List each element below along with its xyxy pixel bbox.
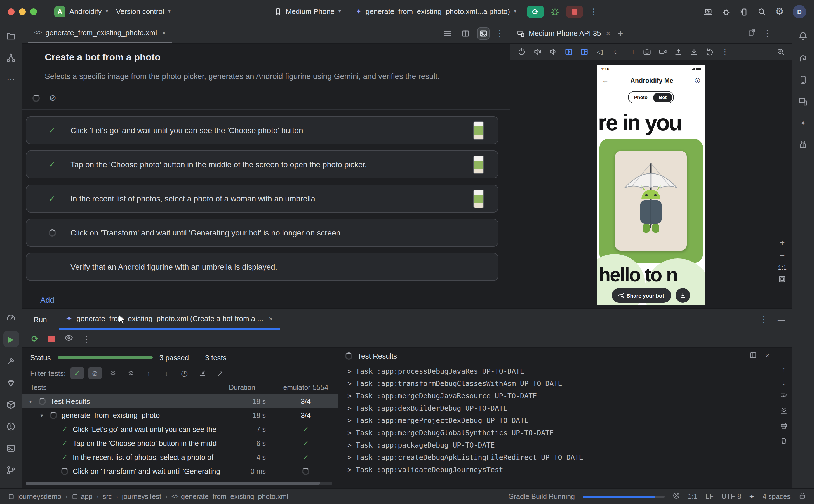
device-selector[interactable]: Medium Phone ▾ (270, 5, 345, 18)
nav-back-icon[interactable]: ◁ (593, 46, 606, 58)
zoom-fit-icon[interactable] (778, 275, 786, 285)
breadcrumb-item[interactable]: </>generate_from_existing_photo.xml (171, 493, 288, 500)
project-folder-icon[interactable] (3, 28, 19, 44)
nav-recents-icon[interactable]: □ (624, 46, 638, 58)
settings-gear-icon[interactable]: ⚙ (775, 7, 784, 16)
device-explorer-icon[interactable] (795, 72, 811, 87)
power-icon[interactable] (515, 46, 528, 58)
next-failed-icon[interactable]: ↓ (160, 367, 173, 379)
rerun-tests-icon[interactable]: ⟳ (31, 334, 38, 344)
user-avatar[interactable]: D (793, 5, 806, 18)
volume-down-icon[interactable] (546, 46, 559, 58)
screen-record-icon[interactable] (656, 46, 669, 58)
run-tab[interactable]: ✦ generate_from_existing_photo.xml (Crea… (59, 309, 280, 330)
export-tests-icon[interactable]: ↗ (213, 367, 227, 379)
file-encoding[interactable]: UTF-8 (721, 493, 741, 500)
notifications-bell-icon[interactable] (795, 28, 811, 44)
lock-icon[interactable] (798, 492, 806, 501)
scroll-to-end-icon[interactable] (780, 407, 788, 416)
run-toolbar-kebab-icon[interactable]: ⋮ (83, 334, 91, 344)
stop-journey-icon[interactable]: ⊘ (49, 93, 56, 103)
test-tree-row[interactable]: ▾ generate_from_existing_photo 18 s 3/4 (22, 408, 338, 422)
unfold-device-icon[interactable] (577, 46, 591, 58)
run-tool-window-icon[interactable]: ▶ (3, 331, 19, 347)
journey-step[interactable]: Click on 'Transform' and wait until 'Gen… (26, 219, 498, 247)
import-tests-icon[interactable] (196, 367, 209, 379)
nav-home-icon[interactable]: ○ (609, 46, 622, 58)
download-bot-button[interactable] (675, 288, 690, 303)
journey-step[interactable]: ✓ Click 'Let's go' and wait until you ca… (26, 116, 498, 144)
test-history-clock-icon[interactable]: ◷ (178, 367, 191, 379)
close-icon[interactable]: × (162, 29, 166, 37)
editor-kebab-icon[interactable]: ⋮ (496, 28, 504, 38)
cancel-build-icon[interactable] (672, 492, 680, 501)
toggle-photo-option[interactable]: Photo (629, 95, 653, 100)
add-step-button[interactable]: Add (40, 295, 54, 304)
stop-tests-icon[interactable] (48, 335, 55, 342)
device-tab[interactable]: Medium Phone API 35 × (516, 29, 612, 37)
gradle-icon[interactable] (795, 50, 811, 65)
screen-zoom-icon[interactable] (774, 46, 787, 58)
journey-step[interactable]: ✓ In the recent list of photos, select a… (26, 185, 498, 213)
preview-toggle-icon[interactable] (478, 28, 489, 39)
close-window-button[interactable] (8, 8, 15, 15)
run-panel-kebab-icon[interactable]: ⋮ (760, 314, 768, 324)
tests-horizontal-scrollbar[interactable] (26, 482, 332, 485)
indent-setting[interactable]: 4 spaces (763, 493, 791, 500)
minimize-window-button[interactable] (19, 8, 26, 15)
test-tree-row[interactable]: ▾ Click on 'Transform' and wait until 'G… (22, 464, 338, 478)
zoom-level[interactable]: 1:1 (778, 264, 787, 271)
project-selector[interactable]: A Androidify ▾ (50, 4, 112, 19)
scroll-down-icon[interactable]: ↓ (782, 379, 786, 386)
print-icon[interactable] (780, 422, 788, 431)
previous-failed-icon[interactable]: ↑ (142, 367, 155, 379)
console-layout-icon[interactable] (749, 351, 757, 361)
split-editor-icon[interactable] (460, 28, 471, 39)
device-mirroring-icon[interactable] (739, 7, 748, 16)
share-bot-button[interactable]: Share your bot (612, 288, 671, 303)
test-tree-row[interactable]: ▾ ✓ Click 'Let's go' and wait until you … (22, 422, 338, 436)
step-thumbnail[interactable] (474, 190, 483, 207)
gem-icon[interactable] (3, 375, 19, 390)
show-ignored-toggle[interactable]: ⊘ (88, 367, 102, 379)
debug-button[interactable] (550, 7, 559, 16)
zoom-out-button[interactable]: − (780, 251, 785, 260)
breadcrumb-item[interactable]: journeysdemo (8, 493, 61, 500)
device-toolbar-kebab-icon[interactable]: ⋮ (718, 46, 732, 58)
hide-run-panel-icon[interactable]: — (778, 315, 785, 324)
close-icon[interactable]: × (606, 29, 610, 37)
structure-icon[interactable] (3, 50, 19, 65)
app-quality-insights-bug-icon[interactable] (795, 137, 811, 153)
clear-console-trash-icon[interactable] (780, 437, 788, 446)
screenshot-camera-icon[interactable] (640, 46, 653, 58)
open-in-window-icon[interactable] (748, 29, 756, 38)
search-icon[interactable] (757, 7, 766, 16)
problems-icon[interactable] (3, 418, 19, 434)
run-configuration-selector[interactable]: ✦ generate_from_existing_photo.xml...a p… (352, 5, 520, 18)
git-branch-icon[interactable] (3, 462, 19, 478)
profiler-gauge-icon[interactable] (3, 309, 19, 325)
terminal-icon[interactable] (3, 440, 19, 456)
zoom-in-button[interactable]: + (780, 238, 785, 247)
close-icon[interactable]: × (765, 352, 769, 360)
ai-sparkle-icon[interactable]: ✦ (749, 493, 755, 500)
device-kebab-icon[interactable]: ⋮ (763, 28, 771, 38)
expand-all-icon[interactable] (106, 367, 119, 379)
show-passed-toggle[interactable]: ✓ (70, 367, 84, 379)
running-devices-icon[interactable] (795, 93, 811, 109)
breadcrumb-item[interactable]: app (71, 493, 93, 500)
stop-button[interactable] (566, 5, 583, 18)
back-arrow-icon[interactable]: ← (602, 77, 609, 84)
build-icon[interactable] (3, 397, 19, 412)
test-tree-row[interactable]: ▾ ✓ Tap on the 'Choose photo' button in … (22, 436, 338, 450)
rerun-button[interactable]: ⟳ (527, 5, 544, 18)
step-thumbnail[interactable] (474, 156, 483, 173)
toggle-bot-option[interactable]: Bot (653, 93, 672, 102)
test-tree-row[interactable]: ▾ Test Results 18 s 3/4 (22, 394, 338, 408)
device-manager-icon[interactable] (3, 353, 19, 369)
download-icon[interactable] (687, 46, 700, 58)
line-separator[interactable]: LF (705, 493, 714, 500)
list-view-icon[interactable] (442, 28, 453, 39)
breadcrumb-item[interactable]: src (103, 493, 112, 500)
vcs-selector[interactable]: Version control ▾ (112, 5, 175, 18)
